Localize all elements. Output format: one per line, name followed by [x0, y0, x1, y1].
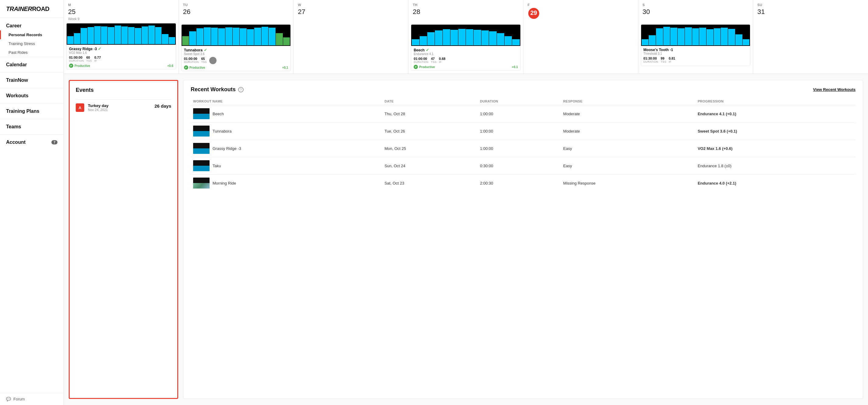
view-recent-workouts-link[interactable]: View Recent Workouts: [813, 87, 856, 92]
sidebar-item-personal-records[interactable]: Personal Records: [0, 30, 64, 39]
check-icon-beech: ✓: [426, 48, 429, 52]
event-details-turkey: Turkey day Nov 24, 2021: [88, 103, 151, 112]
rw-name-3: Taku: [213, 163, 221, 168]
rw-name-4: Morning Ride: [213, 181, 236, 185]
workout-card-grassy[interactable]: Grassy Ridge -3 ✓ VO2 Max 1.6 01:00:00DU…: [66, 23, 176, 69]
rw-thumb-4: [193, 178, 210, 188]
cal-num-mon: 25: [64, 8, 179, 17]
logo-suffix: ROAD: [32, 5, 49, 12]
check-icon-tunnabora: ✓: [204, 48, 207, 52]
rw-workout-name-cell: Beech: [191, 105, 382, 123]
check-icon-grassy: ✓: [98, 46, 101, 51]
workout-card-beech[interactable]: Beech ✓ Endurance 4.1 01:00:00DURATION 4…: [411, 24, 521, 70]
rw-duration-1: 1:00:00: [477, 123, 561, 140]
table-row[interactable]: Beech Thu, Oct 28 1:00:00 Moderate Endur…: [191, 105, 856, 123]
rw-progression-2: VO2 Max 1.6 (+0.6): [695, 140, 856, 157]
rw-thumb-0: [193, 108, 210, 119]
workout-info-grassy: Grassy Ridge -3 ✓ VO2 Max 1.6 01:00:00DU…: [67, 45, 176, 69]
main-content: M 25 Week 9: [64, 0, 868, 405]
col-response: Response: [561, 98, 695, 105]
cal-num-sun: 31: [753, 8, 868, 17]
rw-progression-0: Endurance 4.1 (+0.1): [695, 105, 856, 123]
productive-badge-beech: P Productive +0.1: [414, 65, 518, 69]
event-icon-turkey: A: [76, 103, 84, 112]
rw-date-4: Sat, Oct 23: [382, 175, 477, 192]
rw-thumb-1: [193, 126, 210, 136]
cal-header-wed: W: [293, 0, 408, 8]
rw-thumb-3: [193, 160, 210, 171]
workout-name-grassy: Grassy Ridge -3 ✓: [69, 46, 173, 51]
productive-badge-tunnabora: P Productive +0.1: [184, 65, 288, 70]
cal-header-sun: Su: [753, 0, 868, 8]
sidebar-item-workouts[interactable]: Workouts: [0, 88, 64, 103]
table-row[interactable]: Tunnabora Tue, Oct 26 1:00:00 Moderate S…: [191, 123, 856, 140]
sidebar-item-calendar[interactable]: Calendar: [0, 57, 64, 72]
sidebar-item-career[interactable]: Career: [0, 18, 64, 30]
rw-title-row: Recent Workouts ?: [191, 86, 244, 93]
workout-name-moose: Moose's Tooth -1: [644, 48, 748, 52]
rw-name-1: Tunnabora: [213, 129, 231, 133]
col-duration: Duration: [477, 98, 561, 105]
productive-icon-2: P: [184, 65, 188, 70]
sidebar-item-account-label: Account: [6, 139, 26, 145]
workout-thumb-beech: [411, 25, 520, 46]
workout-stats-grassy: 01:00:00DURATION 60TSS 0.77IF: [69, 56, 173, 62]
calendar-day-wed: W 27: [293, 0, 408, 73]
rw-response-2: Easy: [561, 140, 695, 157]
sidebar-item-teams[interactable]: Teams: [0, 119, 64, 134]
rw-progression-4: Endurance 4.0 (+2.1): [695, 175, 856, 192]
cal-header-tue: Tu: [179, 0, 293, 8]
event-date-turkey: Nov 24, 2021: [88, 108, 151, 112]
table-row[interactable]: Taku Sun, Oct 24 0:30:00 Easy Endurance …: [191, 157, 856, 175]
rw-response-4: Missing Response: [561, 175, 695, 192]
rw-table-header: Workout Name Date Duration Response Prog…: [191, 98, 856, 105]
workout-thumb-grassy: [67, 23, 176, 45]
workout-info-beech: Beech ✓ Endurance 4.1 01:00:00DURATION 4…: [411, 46, 520, 70]
calendar-day-sun: Su 31: [753, 0, 868, 73]
cal-header-thu: Th: [408, 0, 523, 8]
sidebar-item-trainnow[interactable]: TrainNow: [0, 72, 64, 88]
event-name-turkey: Turkey day: [88, 103, 151, 108]
event-days-turkey: 26 days: [155, 103, 171, 108]
col-workout-name: Workout Name: [191, 98, 382, 105]
rw-duration-0: 1:00:00: [477, 105, 561, 123]
week-label: Week 9: [64, 17, 179, 23]
sidebar-item-training-plans[interactable]: Training Plans: [0, 103, 64, 119]
workout-thumb-moose: [641, 25, 750, 46]
calendar-day-thu: Th 28: [408, 0, 523, 73]
rw-date-1: Tue, Oct 26: [382, 123, 477, 140]
calendar-day-mon: M 25 Week 9: [64, 0, 179, 73]
rw-response-1: Moderate: [561, 123, 695, 140]
rw-response-3: Easy: [561, 157, 695, 175]
workout-card-moose[interactable]: Moose's Tooth -1 Threshold 3.1 01:30:00D…: [641, 24, 751, 66]
recent-workouts-table: Workout Name Date Duration Response Prog…: [191, 98, 856, 192]
rw-duration-3: 0:30:00: [477, 157, 561, 175]
forum-icon: 💬: [6, 397, 11, 401]
cal-num-wed: 27: [293, 8, 408, 17]
sidebar-item-account[interactable]: Account 7: [0, 134, 64, 150]
workout-card-tunnabora[interactable]: Tunnabora ✓ Sweet Spot 3.6 01:00:00DURAT…: [181, 24, 291, 71]
sidebar-item-training-stress[interactable]: Training Stress: [0, 39, 64, 48]
rw-workout-name-cell: Taku: [191, 157, 382, 175]
event-row-turkey[interactable]: A Turkey day Nov 24, 2021 26 days: [76, 99, 171, 116]
rw-date-2: Mon, Oct 25: [382, 140, 477, 157]
cal-num-fri-today: 29: [528, 8, 539, 19]
help-icon[interactable]: ?: [238, 87, 244, 92]
table-row[interactable]: Morning Ride Sat, Oct 23 2:00:30 Missing…: [191, 175, 856, 192]
rw-name-0: Beech: [213, 112, 224, 116]
sidebar-bottom: 💬 Forum: [0, 393, 64, 405]
cal-num-sat: 30: [639, 8, 753, 17]
events-title: Events: [76, 87, 171, 93]
events-panel: Events A Turkey day Nov 24, 2021 26 days: [69, 80, 178, 399]
cal-header-mon: M: [64, 0, 179, 8]
workout-type-grassy: VO2 Max 1.6: [69, 51, 173, 55]
rw-thumb-2: [193, 143, 210, 154]
rw-response-0: Moderate: [561, 105, 695, 123]
sidebar-item-past-rides[interactable]: Past Rides: [0, 48, 64, 57]
workout-type-moose: Threshold 3.1: [644, 52, 748, 55]
workout-stats-tunnabora: 01:00:00DURATION 65TSS: [184, 57, 288, 64]
table-row[interactable]: Grassy Ridge -3 Mon, Oct 25 1:00:00 Easy…: [191, 140, 856, 157]
forum-link[interactable]: 💬 Forum: [6, 397, 58, 401]
productive-icon-3: P: [414, 65, 418, 69]
rw-duration-4: 2:00:30: [477, 175, 561, 192]
